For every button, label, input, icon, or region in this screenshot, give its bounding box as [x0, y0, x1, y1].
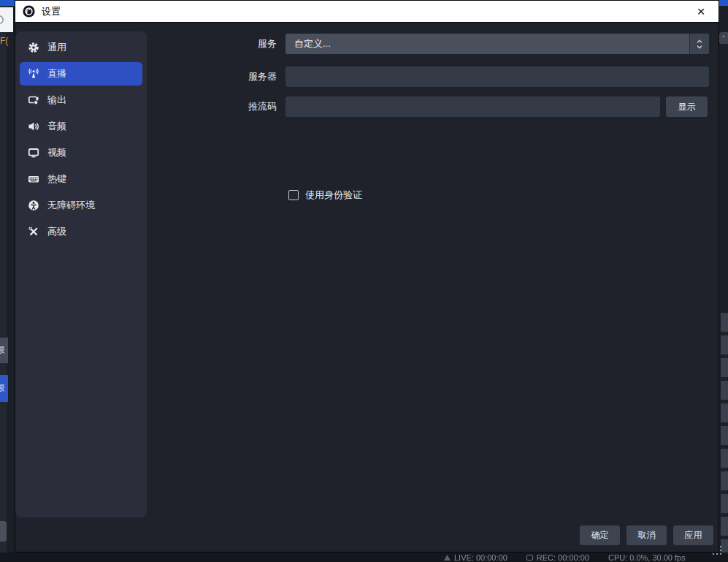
sidebar-item-label: 视频: [47, 146, 66, 159]
auth-row: 使用身份验证: [288, 189, 362, 202]
dialog-title: 设置: [42, 5, 61, 18]
monitor-icon: [28, 147, 39, 159]
background-white-window-fragment: [0, 7, 13, 32]
background-button-fragment: [0, 521, 7, 542]
sidebar-item-advanced[interactable]: 高级: [20, 220, 142, 243]
sidebar-item-stream[interactable]: 直播: [20, 62, 142, 86]
sidebar-item-label: 高级: [47, 225, 66, 238]
background-blue-bar-left: [0, 0, 15, 6]
sidebar-item-label: 热键: [47, 172, 66, 186]
auth-checkbox[interactable]: [288, 190, 299, 200]
status-live: LIVE: 00:00:00: [444, 553, 507, 562]
sidebar-item-label: 通用: [47, 41, 66, 54]
chevron-up-down-icon: [696, 39, 703, 50]
service-spinner[interactable]: [689, 34, 709, 54]
service-select[interactable]: 自定义...: [286, 34, 709, 54]
background-scene-tab: 景: [0, 338, 8, 363]
cancel-button[interactable]: 取消: [627, 525, 667, 545]
background-collapse-button-fragment: ^: [719, 32, 728, 44]
sidebar-item-label: 无障碍环境: [47, 199, 95, 212]
accessibility-icon: [28, 200, 39, 211]
tools-icon: [28, 226, 39, 238]
record-status-icon: [526, 555, 533, 561]
status-cpu: CPU: 0.0%, 30.00 fps: [608, 553, 686, 562]
background-left-sliver: [0, 0, 15, 562]
output-icon: [28, 94, 39, 106]
background-scene-tab-selected: 景: [0, 375, 8, 402]
stream-key-input[interactable]: [286, 96, 660, 117]
settings-dialog: 设置 × 通用 直播 输出: [15, 0, 719, 552]
sidebar-item-video[interactable]: 视频: [20, 141, 142, 164]
settings-sidebar: 通用 直播 输出 音频: [15, 31, 147, 517]
auth-checkbox-label: 使用身份验证: [305, 189, 362, 202]
background-clipped-text: F(: [0, 36, 14, 46]
sidebar-item-accessibility[interactable]: 无障碍环境: [20, 194, 142, 217]
background-statusbar: LIVE: 00:00:00 REC: 00:00:00 CPU: 0.0%, …: [0, 552, 728, 562]
background-left-panel: [0, 0, 7, 562]
keyboard-icon: [28, 173, 39, 185]
gear-icon: [28, 42, 39, 53]
server-input[interactable]: [286, 67, 709, 87]
ok-button[interactable]: 确定: [580, 525, 620, 545]
server-label: 服务器: [183, 67, 277, 87]
sidebar-item-audio[interactable]: 音频: [20, 115, 142, 138]
background-list-items-fragment: [721, 313, 728, 554]
sidebar-item-hotkeys[interactable]: 热键: [20, 167, 142, 191]
stream-status-icon: [444, 555, 451, 561]
obs-logo-icon: [23, 5, 35, 18]
apply-button[interactable]: 应用: [673, 525, 713, 545]
background-circle-fragment: [0, 15, 4, 24]
sidebar-item-label: 音频: [47, 120, 66, 133]
speaker-icon: [28, 121, 39, 132]
sidebar-item-label: 直播: [47, 67, 66, 80]
sidebar-item-output[interactable]: 输出: [20, 88, 142, 112]
stream-key-label: 推流码: [183, 96, 277, 117]
background-blue-bar-right: [719, 0, 728, 6]
service-selected-value: 自定义...: [294, 37, 331, 50]
status-rec: REC: 00:00:00: [526, 553, 589, 562]
sidebar-item-label: 输出: [47, 94, 66, 107]
dialog-titlebar: 设置 ×: [15, 1, 719, 23]
broadcast-icon: [28, 68, 39, 80]
show-key-button[interactable]: 显示: [666, 96, 708, 117]
close-icon[interactable]: ×: [691, 3, 711, 20]
service-label: 服务: [183, 34, 277, 54]
sidebar-item-general[interactable]: 通用: [20, 36, 142, 59]
